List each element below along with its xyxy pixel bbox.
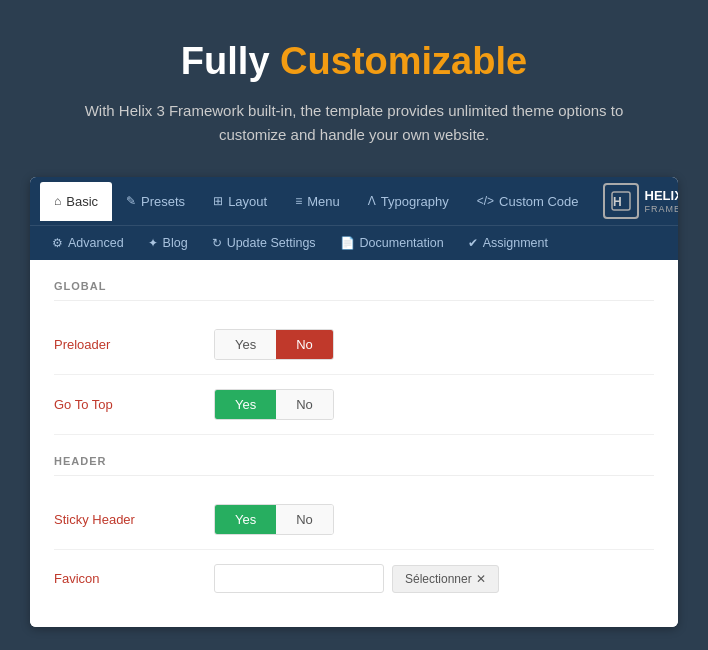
nav-doc-label: Documentation: [360, 236, 444, 250]
advanced-icon: ⚙: [52, 236, 63, 250]
nav-item-menu[interactable]: ≡ Menu: [281, 182, 354, 221]
hero-title-highlight: Customizable: [280, 40, 527, 82]
sticky-header-toggle: Yes No: [214, 504, 334, 535]
nav-top: ⌂ Basic ✎ Presets ⊞ Layout ≡ Menu Λ: [30, 177, 678, 225]
helix-logo-box: H: [603, 183, 639, 219]
doc-icon: 📄: [340, 236, 355, 250]
nav-item-typography[interactable]: Λ Typography: [354, 182, 463, 221]
favicon-input[interactable]: [214, 564, 384, 593]
favicon-btn-label: Sélectionner: [405, 572, 472, 586]
nav-item-basic[interactable]: ⌂ Basic: [40, 182, 112, 221]
home-icon: ⌂: [54, 194, 61, 208]
helix-brand: HELIX3: [645, 188, 678, 204]
favicon-label: Favicon: [54, 571, 214, 586]
sticky-header-yes-button[interactable]: Yes: [215, 505, 276, 534]
layout-icon: ⊞: [213, 194, 223, 208]
typography-icon: Λ: [368, 194, 376, 208]
panel-container: ⌂ Basic ✎ Presets ⊞ Layout ≡ Menu Λ: [30, 177, 678, 627]
nav-update-label: Update Settings: [227, 236, 316, 250]
sticky-header-row: Sticky Header Yes No: [54, 490, 654, 550]
nav-layout-label: Layout: [228, 194, 267, 209]
helix-logo: H HELIX3 FRAMEWORK: [593, 177, 678, 225]
hero-title-plain: Fully: [181, 40, 280, 82]
presets-icon: ✎: [126, 194, 136, 208]
sticky-header-no-button[interactable]: No: [276, 505, 333, 534]
nav-bottom: ⚙ Advanced ✦ Blog ↻ Update Settings 📄 Do…: [30, 225, 678, 260]
nav-top-items: ⌂ Basic ✎ Presets ⊞ Layout ≡ Menu Λ: [40, 182, 593, 221]
global-section-label: GLOBAL: [54, 280, 654, 301]
helix-logo-icon: H: [610, 190, 632, 212]
go-to-top-label: Go To Top: [54, 397, 214, 412]
nav-bar: ⌂ Basic ✎ Presets ⊞ Layout ≡ Menu Λ: [30, 177, 678, 260]
nav-item-presets[interactable]: ✎ Presets: [112, 182, 199, 221]
content-area: GLOBAL Preloader Yes No Go To Top Yes No…: [30, 260, 678, 627]
preloader-yes-button[interactable]: Yes: [215, 330, 276, 359]
favicon-select-button[interactable]: Sélectionner ✕: [392, 565, 499, 593]
nav-advanced-label: Advanced: [68, 236, 124, 250]
go-to-top-row: Go To Top Yes No: [54, 375, 654, 435]
preloader-label: Preloader: [54, 337, 214, 352]
favicon-btn-icon: ✕: [476, 572, 486, 586]
preloader-toggle: Yes No: [214, 329, 334, 360]
nav-item-assignment[interactable]: ✔ Assignment: [456, 226, 560, 260]
nav-menu-label: Menu: [307, 194, 340, 209]
go-to-top-yes-button[interactable]: Yes: [215, 390, 276, 419]
nav-assignment-label: Assignment: [483, 236, 548, 250]
nav-item-documentation[interactable]: 📄 Documentation: [328, 226, 456, 260]
code-icon: </>: [477, 194, 494, 208]
preloader-row: Preloader Yes No: [54, 315, 654, 375]
nav-item-advanced[interactable]: ⚙ Advanced: [40, 226, 136, 260]
header-section-label: HEADER: [54, 455, 654, 476]
helix-logo-text-block: HELIX3 FRAMEWORK: [645, 188, 678, 214]
nav-item-update-settings[interactable]: ↻ Update Settings: [200, 226, 328, 260]
nav-presets-label: Presets: [141, 194, 185, 209]
update-icon: ↻: [212, 236, 222, 250]
menu-icon: ≡: [295, 194, 302, 208]
sticky-header-label: Sticky Header: [54, 512, 214, 527]
nav-blog-label: Blog: [163, 236, 188, 250]
hero-section: Fully Customizable With Helix 3 Framewor…: [0, 0, 708, 177]
go-to-top-no-button[interactable]: No: [276, 390, 333, 419]
preloader-no-button[interactable]: No: [276, 330, 333, 359]
helix-sub: FRAMEWORK: [645, 204, 678, 214]
go-to-top-toggle: Yes No: [214, 389, 334, 420]
assignment-icon: ✔: [468, 236, 478, 250]
nav-custom-code-label: Custom Code: [499, 194, 578, 209]
nav-item-custom-code[interactable]: </> Custom Code: [463, 182, 593, 221]
favicon-row: Favicon Sélectionner ✕: [54, 550, 654, 607]
hero-subtitle: With Helix 3 Framework built-in, the tem…: [80, 99, 628, 147]
nav-typography-label: Typography: [381, 194, 449, 209]
svg-text:H: H: [613, 195, 622, 209]
nav-item-layout[interactable]: ⊞ Layout: [199, 182, 281, 221]
hero-title: Fully Customizable: [80, 40, 628, 83]
nav-item-blog[interactable]: ✦ Blog: [136, 226, 200, 260]
blog-icon: ✦: [148, 236, 158, 250]
nav-basic-label: Basic: [66, 194, 98, 209]
